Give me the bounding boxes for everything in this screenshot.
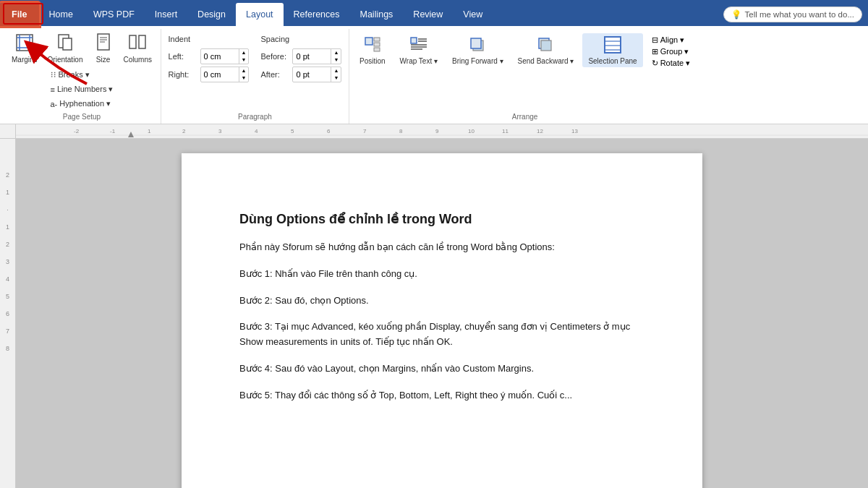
send-backward-icon	[536, 35, 555, 56]
send-backward-label: Send Backward ▾	[518, 57, 574, 65]
svg-text:9: 9	[435, 128, 439, 134]
selection-pane-label: Selection Pane	[588, 57, 637, 65]
paragraph-group: Indent Left: ▲ ▼ Right:	[161, 29, 349, 124]
spacing-after-up[interactable]: ▲	[331, 67, 341, 74]
svg-text:1: 1	[148, 128, 151, 134]
tab-references[interactable]: References	[284, 3, 350, 26]
columns-button[interactable]: Columns	[119, 30, 156, 66]
arrange-label: Arrange	[512, 110, 538, 122]
position-button[interactable]: Position	[354, 33, 391, 67]
indent-right-label: Right:	[169, 70, 197, 79]
indent-left-field[interactable]	[201, 51, 239, 61]
svg-rect-26	[541, 40, 551, 51]
rotate-label: Rotate ▾	[660, 59, 690, 68]
align-button[interactable]: ⊟ Align ▾	[649, 35, 693, 46]
size-button[interactable]: Size	[89, 30, 118, 66]
bring-forward-button[interactable]: Bring Forward ▾	[446, 33, 509, 67]
indent-left-row: Left: ▲ ▼	[169, 48, 250, 64]
paragraph-label: Paragraph	[238, 110, 272, 122]
svg-rect-12	[139, 35, 145, 48]
svg-text:10: 10	[468, 128, 475, 134]
group-button[interactable]: ⊞ Group ▾	[649, 46, 693, 57]
indent-right-up[interactable]: ▲	[239, 67, 249, 74]
indent-right-row: Right: ▲ ▼	[169, 67, 250, 82]
indent-right-down[interactable]: ▼	[239, 74, 249, 82]
send-backward-button[interactable]: Send Backward ▾	[512, 33, 580, 67]
tab-review[interactable]: Review	[403, 3, 453, 26]
tab-home[interactable]: Home	[39, 3, 83, 26]
tab-design[interactable]: Design	[187, 3, 236, 26]
tab-view[interactable]: View	[453, 3, 493, 26]
spacing-before-input[interactable]: ▲ ▼	[292, 48, 341, 64]
margins-button[interactable]: Margins	[7, 30, 42, 66]
wrap-text-label: Wrap Text ▾	[400, 57, 438, 65]
svg-text:5: 5	[291, 128, 294, 134]
indent-group: Indent Left: ▲ ▼ Right:	[169, 35, 250, 110]
indent-left-input[interactable]: ▲ ▼	[200, 48, 250, 64]
hyphenation-button[interactable]: a- Hyphenation ▾	[47, 98, 115, 110]
spacing-group: Spacing Before: ▲ ▼ After:	[260, 35, 341, 110]
spacing-before-field[interactable]	[293, 51, 331, 61]
group-label: Group ▾	[660, 47, 689, 56]
svg-rect-17	[411, 38, 417, 43]
indent-left-label: Left:	[169, 52, 197, 61]
tab-file[interactable]: File	[0, 3, 39, 26]
spacing-before-label: Before:	[260, 52, 289, 61]
align-group-stack: ⊟ Align ▾ ⊞ Group ▾ ↻ Rotate ▾	[646, 33, 696, 70]
spacing-after-field[interactable]	[293, 69, 331, 80]
position-label: Position	[359, 57, 386, 65]
svg-text:12: 12	[537, 128, 543, 134]
document-title: Dùng Options để chỉnh lề trong Word	[239, 211, 644, 227]
corner-ruler	[0, 124, 16, 139]
svg-rect-14	[374, 38, 380, 41]
tab-layout[interactable]: Layout	[236, 3, 284, 26]
spacing-after-down[interactable]: ▼	[331, 74, 341, 82]
spacing-before-up[interactable]: ▲	[331, 49, 341, 56]
orientation-icon	[55, 33, 75, 55]
svg-text:6: 6	[327, 128, 331, 134]
orientation-button[interactable]: Orientation	[43, 30, 88, 66]
doc-para-0: Phần này Sforum sẽ hướng dẫn bạn cách că…	[239, 240, 644, 255]
doc-para-3: Bước 3: Tại mục Advanced, kéo xuống phần…	[239, 320, 644, 350]
breaks-icon: ⁝⁝	[51, 70, 56, 80]
align-label: Align ▾	[660, 35, 685, 45]
document-area: 2 1 · 1 2 3 4 5 6 7 8 Dùng Options để ch…	[0, 139, 868, 488]
rotate-button[interactable]: ↻ Rotate ▾	[649, 58, 693, 69]
tab-insert[interactable]: Insert	[145, 3, 187, 26]
svg-marker-47	[128, 132, 134, 137]
columns-icon	[127, 33, 148, 55]
doc-para-2: Bước 2: Sau đó, chọn Options.	[239, 294, 644, 309]
line-numbers-icon: ≡	[51, 85, 55, 94]
tab-wps-pdf[interactable]: WPS PDF	[83, 3, 145, 26]
breaks-button[interactable]: ⁝⁝ Breaks ▾	[47, 69, 93, 81]
indent-right-field[interactable]	[201, 69, 239, 80]
hyphenation-label: Hyphenation ▾	[59, 99, 111, 108]
bring-forward-label: Bring Forward ▾	[452, 57, 503, 65]
doc-para-1: Bước 1: Nhấn vào File trên thanh công cụ…	[239, 267, 644, 282]
indent-label: Indent	[169, 35, 250, 43]
page-setup-label: Page Setup	[63, 110, 101, 122]
indent-left-down[interactable]: ▼	[239, 56, 249, 64]
svg-rect-6	[63, 38, 72, 50]
wrap-text-button[interactable]: Wrap Text ▾	[394, 33, 443, 67]
position-icon	[363, 35, 382, 56]
tell-me-bar[interactable]: 💡 Tell me what you want to do...	[723, 7, 863, 22]
svg-rect-16	[374, 48, 380, 51]
indent-left-up[interactable]: ▲	[239, 49, 249, 56]
spacing-after-row: After: ▲ ▼	[260, 67, 341, 82]
svg-rect-27	[605, 37, 621, 53]
svg-text:-1: -1	[110, 128, 116, 134]
doc-para-4: Bước 4: Sau đó vào Layout, chọn Margins,…	[239, 361, 644, 377]
svg-rect-13	[365, 38, 373, 45]
spacing-after-input[interactable]: ▲ ▼	[292, 67, 341, 82]
horizontal-ruler: -2 -1 1 2 3 4 5 6 7 8 9 10 11 12 13	[16, 124, 868, 139]
line-numbers-button[interactable]: ≡ Line Numbers ▾	[47, 83, 117, 95]
spacing-before-down[interactable]: ▼	[331, 56, 341, 64]
document-canvas: Dùng Options để chỉnh lề trong Word Phần…	[16, 139, 868, 488]
tab-mailings[interactable]: Mailings	[350, 3, 404, 26]
selection-pane-button[interactable]: Selection Pane	[582, 33, 642, 67]
breaks-label: Breaks ▾	[59, 70, 90, 80]
indent-right-input[interactable]: ▲ ▼	[200, 67, 250, 82]
svg-text:-2: -2	[74, 128, 80, 134]
doc-para-5: Bước 5: Thay đổi các thông số ở Top, Bot…	[239, 388, 644, 403]
